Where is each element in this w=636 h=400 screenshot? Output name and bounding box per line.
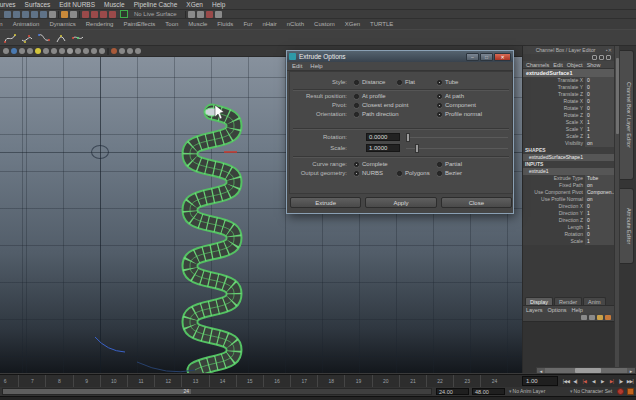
channel-row[interactable]: Scale X1	[523, 119, 614, 126]
radio-icon[interactable]	[437, 94, 442, 99]
resolution-gate-icon[interactable]	[91, 48, 97, 54]
grid-toggle-icon[interactable]	[19, 48, 25, 54]
tab-anim[interactable]: Anim	[583, 297, 606, 305]
attr-value[interactable]: on	[585, 182, 614, 189]
field-chart-icon[interactable]	[99, 48, 105, 54]
pivot-option-closest-end-point[interactable]: Closest end point	[354, 102, 408, 108]
curve-tool-icon[interactable]	[54, 31, 68, 45]
channel-row[interactable]: Rotate Y0	[523, 105, 614, 112]
channel-row[interactable]: Rotate Z0	[523, 112, 614, 119]
channel-row[interactable]: Use Profile Normalon	[523, 196, 614, 203]
playback-end-field[interactable]: 24.00	[436, 388, 469, 395]
rotation-input[interactable]: 0.0000	[366, 133, 400, 141]
attr-value[interactable]: 1	[585, 224, 614, 231]
light-toggle-icon[interactable]	[35, 48, 41, 54]
channel-row[interactable]: Translate Z0	[523, 91, 614, 98]
rotation-slider-handle[interactable]	[406, 133, 410, 142]
curve-tool-icon[interactable]	[37, 31, 51, 45]
scale-slider-handle[interactable]	[415, 144, 419, 153]
tab-render[interactable]: Render	[554, 297, 582, 305]
attr-value[interactable]: on	[585, 196, 614, 203]
dialog-menu-help[interactable]: Help	[310, 63, 322, 69]
result-option-at-path[interactable]: At path	[437, 93, 464, 99]
style-option-tube[interactable]: Tube	[437, 79, 458, 85]
redo-icon[interactable]	[40, 11, 47, 18]
attr-value[interactable]: 0	[585, 217, 614, 224]
channel-row[interactable]: Visibilityon	[523, 140, 614, 147]
scale-input[interactable]: 1.0000	[366, 144, 400, 152]
snap-surface-icon[interactable]	[100, 11, 107, 18]
result-option-at-profile[interactable]: At profile	[354, 93, 386, 99]
menu-cb-edit[interactable]: Edit	[553, 62, 562, 68]
menu-show[interactable]: Show	[587, 62, 601, 68]
menu-edit-curves[interactable]: Edit Curves	[0, 1, 16, 8]
channel-row[interactable]: Rotate X0	[523, 98, 614, 105]
channel-box-horizontal-scrollbar[interactable]: ◂ ▸	[536, 367, 636, 374]
attr-value[interactable]: Tube	[585, 175, 614, 182]
maximize-button[interactable]: □	[480, 53, 493, 61]
path-curve-segment[interactable]	[95, 337, 125, 352]
menu-options[interactable]: Options	[548, 307, 567, 313]
animation-end-field[interactable]: 48.00	[472, 388, 505, 395]
attr-value[interactable]: 0	[585, 231, 614, 238]
snap-curve-icon[interactable]	[70, 11, 77, 18]
extrude-options-dialog[interactable]: Extrude Options – □ ✕ Edit Help Style: D…	[286, 50, 514, 214]
wireframe-icon[interactable]	[59, 48, 65, 54]
rotation-slider[interactable]	[406, 137, 508, 138]
radio-icon[interactable]	[354, 80, 359, 85]
shelf-tab-fluids[interactable]: Fluids	[217, 21, 233, 27]
save-scene-icon[interactable]	[22, 11, 29, 18]
curve-tool-icon[interactable]	[3, 31, 17, 45]
shelf-tab-deformation[interactable]: Deformation	[0, 21, 3, 27]
snap-points-icon[interactable]	[82, 11, 89, 18]
camera-attrs-icon[interactable]	[119, 48, 125, 54]
xray-icon[interactable]	[75, 48, 81, 54]
curve-range-option-complete[interactable]: Complete	[354, 161, 388, 167]
channel-row[interactable]: Translate Y0	[523, 84, 614, 91]
selected-object-name[interactable]: extrudedSurface1	[523, 69, 614, 77]
shelf-tab-nhair[interactable]: nHair	[262, 21, 276, 27]
scrollbar-thumb[interactable]	[575, 368, 601, 373]
attr-value[interactable]: 1	[585, 126, 614, 133]
scroll-right-icon[interactable]: ▸	[627, 368, 635, 373]
shelf-tab-custom[interactable]: Custom	[314, 21, 335, 27]
hyperbolic-icon[interactable]	[606, 55, 611, 60]
radio-icon[interactable]	[437, 80, 442, 85]
play-backwards-button[interactable]: ◀	[589, 377, 597, 387]
speed-slow-icon[interactable]	[592, 55, 597, 60]
curve-range-option-partial[interactable]: Partial	[437, 161, 462, 167]
channel-row[interactable]: Direction Z0	[523, 217, 614, 224]
attr-value[interactable]: 0	[585, 77, 614, 84]
go-to-start-button[interactable]: |◀◀	[562, 377, 570, 387]
step-forward-key-button[interactable]: ▶|	[608, 377, 616, 387]
output-option-bezier[interactable]: Bezier	[437, 170, 462, 176]
ipr-render-icon[interactable]	[206, 11, 213, 18]
image-plane-icon[interactable]	[111, 48, 117, 54]
textured-icon[interactable]	[51, 48, 57, 54]
radio-icon[interactable]	[437, 171, 442, 176]
open-scene-icon[interactable]	[13, 11, 20, 18]
auto-keyframe-toggle-icon[interactable]	[617, 388, 624, 395]
attr-value[interactable]: 0	[585, 84, 614, 91]
speed-medium-icon[interactable]	[599, 55, 604, 60]
channel-row[interactable]: Translate X0	[523, 77, 614, 84]
tab-attribute-editor[interactable]: Attribute Editor	[620, 188, 634, 264]
scroll-left-icon[interactable]: ◂	[537, 368, 545, 373]
render-icon[interactable]	[197, 11, 204, 18]
close-button[interactable]: Close	[441, 197, 512, 208]
attr-value[interactable]: 0	[585, 91, 614, 98]
channel-row[interactable]: Length1	[523, 224, 614, 231]
channel-row[interactable]: Use Component PivotComponen...	[523, 189, 614, 196]
extrude-button[interactable]: Extrude	[290, 197, 361, 208]
attr-value[interactable]: 1	[585, 119, 614, 126]
tab-channel-box-layer-editor[interactable]: Channel Box / Layer Editor	[620, 50, 634, 180]
shelf-tab-xgen[interactable]: XGen	[345, 21, 360, 27]
attr-value[interactable]: 1	[585, 133, 614, 140]
animation-preferences-icon[interactable]	[627, 388, 634, 395]
step-forward-frame-button[interactable]: |▶	[617, 377, 625, 387]
command-line[interactable]	[0, 396, 636, 400]
menu-layers[interactable]: Layers	[526, 307, 543, 313]
attr-value[interactable]: Componen...	[585, 189, 614, 196]
new-render-layer-selected-icon[interactable]	[605, 315, 611, 320]
menu-xgen[interactable]: XGen	[186, 1, 203, 8]
